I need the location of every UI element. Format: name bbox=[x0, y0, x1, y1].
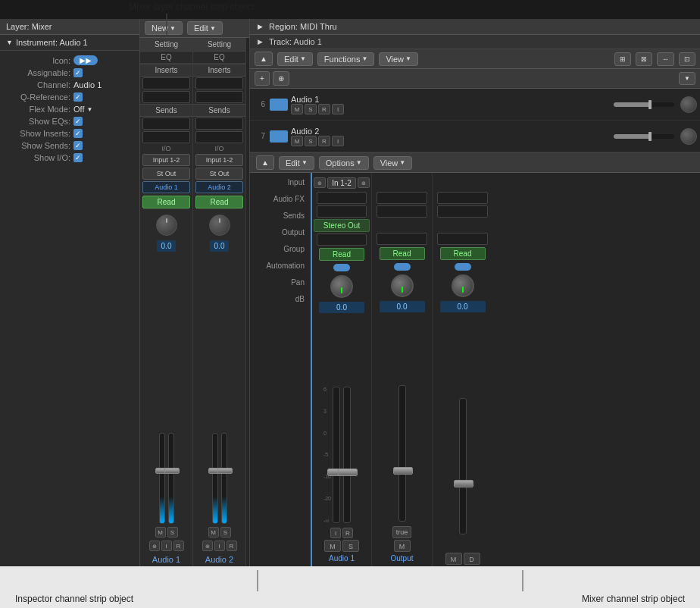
ch1-send-slot[interactable] bbox=[317, 205, 367, 218]
cs1-r-btn[interactable]: R bbox=[173, 541, 184, 551]
ch3-automation-btn[interactable]: Read bbox=[440, 247, 486, 260]
track-vol-knob-2[interactable] bbox=[680, 128, 697, 145]
cs1-eq[interactable]: EQ bbox=[140, 52, 192, 64]
mixer-edit-btn[interactable]: Edit ▼ bbox=[279, 156, 314, 170]
add-track-btn[interactable]: + bbox=[255, 71, 270, 86]
mixer-view-btn[interactable]: View ▼ bbox=[373, 156, 413, 170]
ch2-automation-btn[interactable]: Read bbox=[380, 247, 425, 260]
mixer-up-btn[interactable]: ▲ bbox=[256, 155, 274, 170]
assignable-checkbox[interactable]: ✓ bbox=[73, 68, 83, 77]
ch3-send-slot[interactable] bbox=[437, 205, 489, 218]
cs2-insert-slot-2[interactable] bbox=[195, 91, 242, 103]
scroll-btn[interactable]: ⊡ bbox=[679, 52, 695, 66]
right-edit-btn[interactable]: Edit ▼ bbox=[277, 52, 313, 66]
cs2-pan-knob[interactable] bbox=[209, 215, 230, 236]
cs2-send-slot-1[interactable] bbox=[195, 118, 242, 130]
dropdown-btn[interactable]: ▼ bbox=[679, 72, 695, 85]
show-inserts-checkbox[interactable]: ✓ bbox=[73, 129, 83, 138]
cs1-fader-track-2[interactable] bbox=[168, 433, 174, 524]
track-r-btn-1[interactable]: R bbox=[318, 104, 330, 114]
zoom-btn[interactable]: ⊠ bbox=[636, 52, 652, 66]
cs2-link-btn[interactable]: ⊕ bbox=[202, 541, 213, 551]
collapse-triangle[interactable]: ▼ bbox=[6, 39, 13, 46]
ch1-s-btn[interactable]: S bbox=[342, 540, 359, 552]
ch1-fader-track-r[interactable] bbox=[343, 387, 351, 523]
cs1-send-slot-2[interactable] bbox=[142, 131, 189, 143]
ch3-fader-thumb[interactable] bbox=[454, 480, 473, 487]
ch1-automation-btn[interactable]: Read bbox=[319, 248, 364, 261]
ch1-audio-fx-slot[interactable] bbox=[317, 192, 367, 204]
ch2-pan-knob[interactable] bbox=[391, 274, 414, 297]
show-io-checkbox[interactable]: ✓ bbox=[73, 153, 83, 162]
track-i-btn-2[interactable]: I bbox=[332, 136, 344, 146]
new-button[interactable]: New ▼ bbox=[145, 21, 183, 35]
track-m-btn-1[interactable]: M bbox=[291, 104, 303, 114]
ch1-group-slot[interactable] bbox=[317, 233, 367, 246]
ch2-fader-track[interactable] bbox=[398, 385, 406, 522]
flex-mode-value[interactable]: Off ▼ bbox=[73, 105, 92, 114]
track-triangle[interactable]: ▶ bbox=[258, 38, 263, 45]
ch1-r-btn[interactable]: R bbox=[342, 528, 353, 538]
cs1-input-btn[interactable]: Input 1-2 bbox=[142, 154, 189, 166]
ch1-input-val[interactable]: In 1-2 bbox=[327, 177, 356, 189]
cs1-link-btn[interactable]: ⊕ bbox=[149, 541, 160, 551]
track-vol-knob-1[interactable] bbox=[680, 96, 697, 113]
ch1-fader-track-l[interactable] bbox=[333, 387, 340, 523]
ch3-audio-fx-slot[interactable] bbox=[437, 192, 489, 204]
cs2-fader-track[interactable] bbox=[212, 433, 218, 524]
ch2-audio-fx-slot[interactable] bbox=[377, 192, 428, 204]
cs2-r-btn[interactable]: R bbox=[227, 541, 237, 551]
cs2-input-btn[interactable]: Input 1-2 bbox=[195, 154, 242, 166]
cs1-pan-knob[interactable] bbox=[156, 215, 177, 236]
cs1-insert-slot-1[interactable] bbox=[142, 77, 189, 89]
cs2-insert-slot-1[interactable] bbox=[195, 77, 242, 89]
cs2-eq[interactable]: EQ bbox=[193, 52, 245, 64]
cs1-i-btn[interactable]: I bbox=[161, 541, 172, 551]
track-r-btn-2[interactable]: R bbox=[318, 136, 330, 146]
cs1-setting[interactable]: Setting bbox=[140, 38, 192, 52]
cs1-m-btn[interactable]: M bbox=[155, 527, 166, 537]
cs1-output-btn[interactable]: St Out bbox=[142, 168, 189, 180]
show-sends-checkbox[interactable]: ✓ bbox=[73, 141, 83, 150]
ch3-pan-knob[interactable] bbox=[452, 274, 474, 297]
ch1-output-val[interactable]: Stereo Out bbox=[314, 219, 370, 232]
track-s-btn-1[interactable]: S bbox=[305, 104, 317, 114]
cs2-fader-thumb-2[interactable] bbox=[217, 468, 233, 474]
ch1-i-btn[interactable]: I bbox=[330, 528, 341, 538]
q-reference-checkbox[interactable]: ✓ bbox=[73, 92, 83, 102]
transport-up-btn[interactable]: ▲ bbox=[255, 52, 273, 66]
track-fader-1[interactable] bbox=[614, 102, 674, 107]
region-triangle[interactable]: ▶ bbox=[258, 23, 263, 30]
cs2-output-btn[interactable]: St Out bbox=[195, 168, 242, 180]
cs1-fader-track[interactable] bbox=[159, 433, 165, 524]
cs2-automation-btn[interactable]: Read bbox=[195, 196, 242, 208]
cs1-automation-btn[interactable]: Read bbox=[142, 196, 189, 208]
ch1-m-btn[interactable]: M bbox=[324, 540, 341, 552]
track-fader-2[interactable] bbox=[614, 134, 674, 139]
ch2-send-slot[interactable] bbox=[377, 205, 428, 218]
cs2-fader-track-2[interactable] bbox=[221, 433, 227, 524]
ch1-input-link[interactable]: ⊕ bbox=[314, 177, 326, 188]
ch3-m-btn[interactable]: M bbox=[445, 553, 462, 565]
ch1-fader-thumb-r[interactable] bbox=[338, 469, 358, 476]
edit-button[interactable]: Edit ▼ bbox=[187, 21, 223, 35]
icon-value[interactable]: ▶▶ bbox=[73, 55, 98, 65]
ch2-fader-thumb[interactable] bbox=[393, 467, 413, 475]
ch1-input-link2[interactable]: ⊕ bbox=[358, 177, 370, 188]
cs2-m-btn[interactable]: M bbox=[208, 527, 219, 537]
cs2-s-btn[interactable]: S bbox=[220, 527, 231, 537]
cs2-send-slot-2[interactable] bbox=[195, 131, 242, 143]
ch1-pan-knob[interactable] bbox=[330, 275, 353, 298]
ch2-m-btn[interactable]: M bbox=[394, 540, 411, 552]
ch3-group-slot[interactable] bbox=[437, 233, 489, 245]
cs2-setting[interactable]: Setting bbox=[193, 38, 245, 52]
track-i-btn-1[interactable]: I bbox=[332, 104, 344, 114]
track-fader-thumb-1[interactable] bbox=[648, 100, 652, 109]
cs2-i-btn[interactable]: I bbox=[214, 541, 225, 551]
show-eqs-checkbox[interactable]: ✓ bbox=[73, 117, 83, 126]
track-m-btn-2[interactable]: M bbox=[291, 136, 303, 146]
ch2-group-slot[interactable] bbox=[377, 233, 428, 245]
cs1-insert-slot-2[interactable] bbox=[142, 91, 189, 103]
mixer-options-btn[interactable]: Options ▼ bbox=[319, 156, 369, 170]
right-view-btn[interactable]: View ▼ bbox=[379, 52, 418, 66]
